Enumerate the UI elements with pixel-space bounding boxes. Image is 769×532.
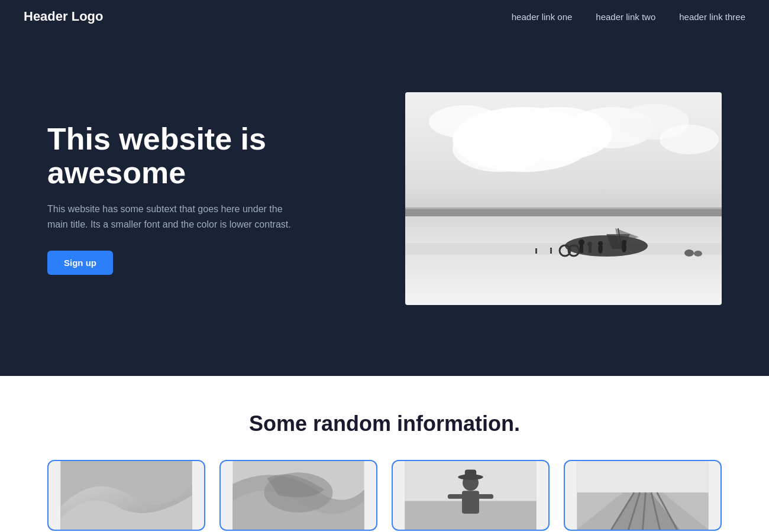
info-section: Some random information. xyxy=(0,376,769,532)
svg-rect-23 xyxy=(589,246,592,253)
card-2 xyxy=(219,460,377,531)
svg-point-30 xyxy=(694,251,702,257)
info-title: Some random information. xyxy=(47,411,722,436)
svg-point-18 xyxy=(598,241,603,246)
svg-rect-28 xyxy=(550,248,552,254)
header-logo[interactable]: Header Logo xyxy=(24,9,103,24)
svg-point-20 xyxy=(622,240,626,245)
svg-rect-9 xyxy=(405,209,722,216)
nav-link-one[interactable]: header link one xyxy=(512,12,573,22)
hero-title: This website is awesome xyxy=(47,122,343,190)
hero-section: This website is awesome This website has… xyxy=(0,33,769,376)
cards-grid xyxy=(47,460,722,531)
svg-rect-39 xyxy=(465,470,476,479)
svg-point-7 xyxy=(660,125,719,154)
signup-button[interactable]: Sign up xyxy=(47,251,113,275)
svg-rect-27 xyxy=(535,248,537,254)
svg-point-6 xyxy=(429,105,500,138)
header-nav: header link one header link two header l… xyxy=(512,12,745,22)
svg-rect-44 xyxy=(577,461,708,492)
hero-text-block: This website is awesome This website has… xyxy=(47,122,343,275)
nav-link-two[interactable]: header link two xyxy=(596,12,655,22)
svg-point-24 xyxy=(587,242,592,246)
svg-rect-41 xyxy=(448,494,464,499)
svg-point-29 xyxy=(684,249,694,257)
hero-image xyxy=(405,92,722,305)
nav-link-three[interactable]: header link three xyxy=(679,12,745,22)
site-header: Header Logo header link one header link … xyxy=(0,0,769,33)
card-3 xyxy=(392,460,550,531)
card-1 xyxy=(47,460,205,531)
hero-subtitle: This website has some subtext that goes … xyxy=(47,202,296,232)
svg-point-22 xyxy=(579,239,584,245)
svg-rect-21 xyxy=(580,245,583,253)
card-4 xyxy=(564,460,722,531)
svg-rect-42 xyxy=(477,494,493,499)
svg-rect-40 xyxy=(462,491,479,514)
